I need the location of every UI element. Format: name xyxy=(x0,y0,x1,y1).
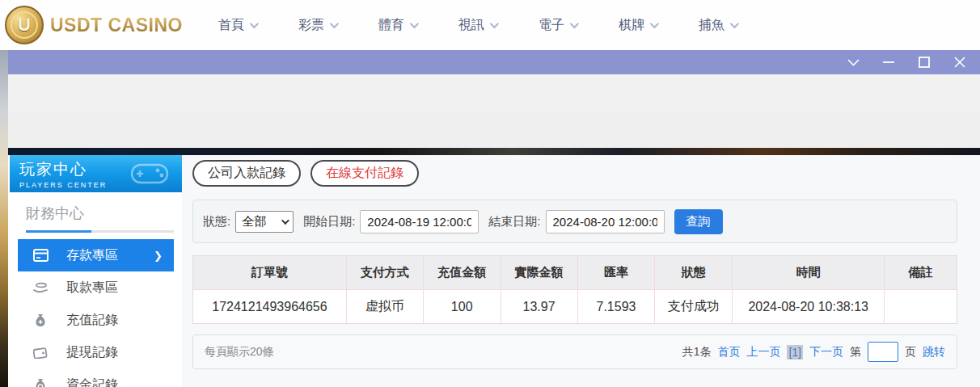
banner-bottom-strip xyxy=(8,148,980,155)
first-page-link[interactable]: 首页 xyxy=(717,345,740,360)
close-icon[interactable] xyxy=(951,53,969,71)
page-number-input[interactable] xyxy=(868,342,898,362)
top-navigation: U USDT CASINO 首頁 彩票 體育 視訊 電子 棋牌 捕魚 xyxy=(0,0,980,50)
chevron-down-icon xyxy=(730,19,739,28)
wallet-icon xyxy=(32,347,49,359)
col-remark: 備註 xyxy=(885,256,957,290)
col-actual-amount: 實際金額 xyxy=(501,256,577,290)
chevron-down-icon xyxy=(490,19,499,28)
record-tabs: 公司入款記錄 在線支付記錄 xyxy=(192,160,957,187)
chevron-down-icon xyxy=(410,19,419,28)
sidebar-section-finance[interactable]: 財務中心 xyxy=(8,192,182,223)
col-payment-method: 支付方式 xyxy=(346,256,423,290)
sidebar-item-fund-records[interactable]: 資金記錄 xyxy=(18,368,174,387)
next-page-link[interactable]: 下一页 xyxy=(809,345,843,360)
chevron-right-icon: ❯ xyxy=(154,250,163,262)
banner-image xyxy=(8,74,980,148)
filter-bar: 狀態: 全部 開始日期: 結束日期: 查詢 xyxy=(192,200,957,243)
coin-bag-icon xyxy=(32,378,49,387)
cell-time: 2024-08-20 10:38:13 xyxy=(733,290,885,324)
maximize-icon[interactable] xyxy=(915,53,933,71)
status-label: 狀態: xyxy=(203,214,230,229)
gamepad-icon xyxy=(129,160,171,187)
col-status: 狀態 xyxy=(655,256,733,290)
logo-coin-icon: U xyxy=(5,6,44,44)
chevron-down-icon xyxy=(330,19,339,28)
col-recharge-amount: 充值金額 xyxy=(423,256,501,290)
sidebar-header: 玩家中心 PLAYERS CENTER xyxy=(10,155,182,192)
sidebar-item-recharge-records[interactable]: 充值記錄 xyxy=(18,304,174,336)
logo-text: USDT CASINO xyxy=(50,15,183,36)
page-suffix: 页 xyxy=(905,345,916,360)
app-window: 玩家中心 PLAYERS CENTER 財務中心 xyxy=(8,50,980,387)
tab-online-payment-records[interactable]: 在線支付記錄 xyxy=(310,160,419,187)
chevron-down-icon xyxy=(650,19,659,28)
prev-page-link[interactable]: 上一页 xyxy=(746,345,780,360)
sidebar-item-label: 資金記錄 xyxy=(66,376,118,387)
query-button[interactable]: 查詢 xyxy=(674,209,723,234)
jump-link[interactable]: 跳转 xyxy=(923,345,945,360)
section-underline xyxy=(26,230,174,233)
total-count: 共1条 xyxy=(682,345,712,360)
sidebar-item-deposit[interactable]: 存款專區 ❯ xyxy=(18,239,174,271)
table-row: 1724121493964656 虚拟币 100 13.97 7.1593 支付… xyxy=(193,290,957,324)
nav-item-live[interactable]: 視訊 xyxy=(458,17,496,34)
cell-recharge-amount: 100 xyxy=(423,290,501,324)
nav-item-lottery[interactable]: 彩票 xyxy=(298,17,336,34)
sidebar-item-label: 充值記錄 xyxy=(66,312,118,329)
sidebar: 玩家中心 PLAYERS CENTER 財務中心 xyxy=(8,155,182,387)
col-order-number: 訂單號 xyxy=(193,256,347,290)
tab-company-deposit-records[interactable]: 公司入款記錄 xyxy=(192,160,301,187)
table-header-row: 訂單號 支付方式 充值金額 實際金額 匯率 狀態 時間 備註 xyxy=(193,256,957,290)
cell-payment-method: 虚拟币 xyxy=(346,290,423,324)
records-table-container: 訂單號 支付方式 充值金額 實際金額 匯率 狀態 時間 備註 xyxy=(192,255,957,324)
chevron-down-icon xyxy=(281,217,289,225)
logo[interactable]: U USDT CASINO xyxy=(5,6,189,44)
cell-remark xyxy=(885,290,957,324)
cell-exchange-rate: 7.1593 xyxy=(577,290,655,324)
status-select-value: 全部 xyxy=(242,214,266,229)
hand-money-icon xyxy=(32,282,49,294)
start-date-input[interactable] xyxy=(360,210,479,233)
logo-letter: U xyxy=(11,11,38,39)
records-table: 訂單號 支付方式 充值金額 實際金額 匯率 狀態 時間 備註 xyxy=(192,255,957,324)
pagination-bar: 每頁顯示20條 共1条 首页 上一页 [1] 下一页 第 页 跳转 xyxy=(192,334,957,369)
page-background-strip xyxy=(0,50,8,387)
end-date-label: 結束日期: xyxy=(488,214,540,229)
chevron-down-icon xyxy=(570,19,579,28)
minimize-icon[interactable] xyxy=(880,53,898,71)
page: U USDT CASINO 首頁 彩票 體育 視訊 電子 棋牌 捕魚 xyxy=(0,0,980,387)
nav-item-home[interactable]: 首頁 xyxy=(218,17,256,34)
money-bag-icon xyxy=(32,313,49,327)
nav-menu: 首頁 彩票 體育 視訊 電子 棋牌 捕魚 xyxy=(218,17,737,34)
current-page[interactable]: [1] xyxy=(787,345,803,360)
sidebar-item-withdraw[interactable]: 取款專區 xyxy=(18,271,174,304)
per-page-text: 每頁顯示20條 xyxy=(205,345,274,360)
end-date-input[interactable] xyxy=(546,210,665,233)
sidebar-item-withdrawal-records[interactable]: 提現記錄 xyxy=(18,336,174,368)
deposit-card-icon xyxy=(32,249,49,262)
cell-actual-amount: 13.97 xyxy=(501,290,577,324)
sidebar-item-label: 提現記錄 xyxy=(66,344,118,361)
col-exchange-rate: 匯率 xyxy=(577,256,655,290)
cell-status: 支付成功 xyxy=(655,290,733,324)
window-titlebar xyxy=(8,50,980,74)
nav-item-slots[interactable]: 電子 xyxy=(539,17,577,34)
cell-order-number: 1724121493964656 xyxy=(193,290,347,324)
chevron-down-icon xyxy=(250,19,259,28)
main-content: 公司入款記錄 在線支付記錄 狀態: 全部 開始日期: 結束日期: 查詢 xyxy=(182,155,980,387)
page-prefix: 第 xyxy=(850,345,861,360)
status-select[interactable]: 全部 xyxy=(235,211,294,233)
nav-item-fishing[interactable]: 捕魚 xyxy=(699,17,737,34)
nav-item-sports[interactable]: 體育 xyxy=(378,17,416,34)
start-date-label: 開始日期: xyxy=(303,214,355,229)
collapse-chevron-icon[interactable] xyxy=(844,53,862,71)
sidebar-item-label: 取款專區 xyxy=(66,280,118,297)
sidebar-item-label: 存款專區 xyxy=(66,247,118,264)
col-time: 時間 xyxy=(733,256,885,290)
nav-item-boardgames[interactable]: 棋牌 xyxy=(619,17,657,34)
